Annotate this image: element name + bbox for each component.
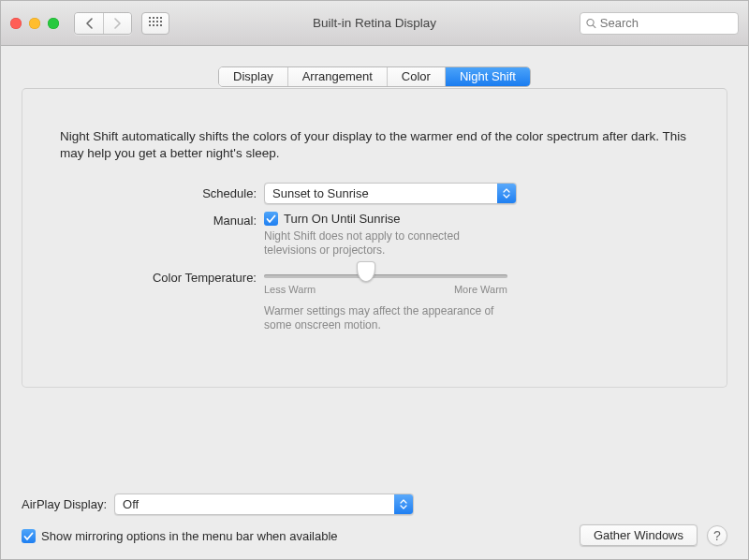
close-icon[interactable] (10, 18, 22, 29)
nav-back-forward (74, 12, 132, 35)
chevron-left-icon (85, 18, 94, 29)
temp-slider[interactable]: Less Warm More Warm (264, 263, 507, 295)
bottom-area: AirPlay Display: Off Show mirroring opti… (22, 477, 727, 546)
manual-check-row: Turn On Until Sunrise (264, 210, 689, 226)
tabs: Display Arrangement Color Night Shift (218, 66, 531, 87)
settings-form: Schedule: Sunset to Sunrise Manual: (60, 183, 689, 332)
svg-rect-0 (149, 17, 151, 19)
schedule-label: Schedule: (60, 183, 257, 200)
svg-rect-4 (149, 21, 151, 22)
chevron-right-icon (113, 18, 122, 29)
manual-hint: Night Shift does not apply to connected … (264, 229, 507, 258)
titlebar: Built-in Retina Display (1, 1, 748, 46)
back-button[interactable] (75, 13, 103, 34)
slider-track (264, 274, 507, 278)
temp-min-label: Less Warm (264, 284, 316, 295)
manual-check-label: Turn On Until Sunrise (284, 212, 401, 226)
svg-rect-8 (149, 24, 151, 26)
temp-hint: Warmer settings may affect the appearanc… (264, 304, 507, 332)
help-icon: ? (713, 528, 721, 543)
svg-rect-1 (153, 17, 154, 19)
svg-line-13 (593, 24, 595, 27)
svg-rect-3 (160, 17, 162, 19)
mirroring-check-row: Show mirroring options in the menu bar w… (22, 527, 338, 543)
svg-rect-2 (156, 17, 158, 19)
tab-display[interactable]: Display (219, 67, 287, 86)
page-title: Built-in Retina Display (179, 16, 570, 30)
content: Display Arrangement Color Night Shift Ni… (1, 46, 748, 559)
temp-max-label: More Warm (454, 284, 507, 295)
tab-color[interactable]: Color (387, 67, 445, 86)
svg-rect-9 (153, 24, 154, 26)
svg-rect-11 (160, 24, 162, 26)
airplay-row: AirPlay Display: Off (22, 494, 727, 515)
search-input[interactable] (600, 16, 732, 30)
svg-rect-7 (160, 21, 162, 22)
airplay-select[interactable]: Off (114, 494, 414, 515)
slider-labels: Less Warm More Warm (264, 284, 507, 295)
intro-text: Night Shift automatically shifts the col… (60, 128, 689, 162)
tabs-row: Display Arrangement Color Night Shift (22, 66, 727, 87)
prefs-window: Built-in Retina Display Display Arrangem… (0, 0, 749, 560)
chevron-updown-icon (497, 184, 516, 203)
tab-night-shift[interactable]: Night Shift (445, 67, 530, 86)
gather-windows-button[interactable]: Gather Windows (580, 524, 698, 546)
airplay-label: AirPlay Display: (22, 497, 107, 511)
slider-knob[interactable] (357, 261, 375, 282)
night-shift-panel: Night Shift automatically shifts the col… (22, 88, 727, 388)
temp-label: Color Temperature: (60, 263, 257, 285)
airplay-value: Off (115, 494, 394, 515)
search-icon (586, 18, 596, 29)
schedule-select[interactable]: Sunset to Sunrise (264, 183, 517, 204)
check-icon (23, 532, 34, 541)
manual-checkbox[interactable] (264, 212, 278, 226)
mirroring-label: Show mirroring options in the menu bar w… (41, 529, 338, 543)
search-field[interactable] (580, 12, 739, 35)
check-icon (266, 214, 276, 224)
zoom-icon[interactable] (48, 18, 59, 29)
grid-icon (149, 17, 162, 30)
mirroring-checkbox[interactable] (22, 529, 36, 543)
chevron-updown-icon (394, 494, 413, 514)
show-all-button[interactable] (141, 12, 169, 35)
svg-rect-10 (156, 24, 158, 26)
forward-button[interactable] (103, 13, 131, 34)
svg-rect-5 (153, 21, 154, 22)
help-button[interactable]: ? (707, 525, 727, 546)
tab-arrangement[interactable]: Arrangement (287, 67, 387, 86)
minimize-icon[interactable] (29, 18, 40, 29)
schedule-value: Sunset to Sunrise (265, 183, 497, 204)
bottom-last-row: Show mirroring options in the menu bar w… (22, 524, 727, 546)
svg-rect-6 (156, 21, 158, 22)
traffic-lights (10, 18, 59, 29)
manual-label: Manual: (60, 210, 257, 228)
